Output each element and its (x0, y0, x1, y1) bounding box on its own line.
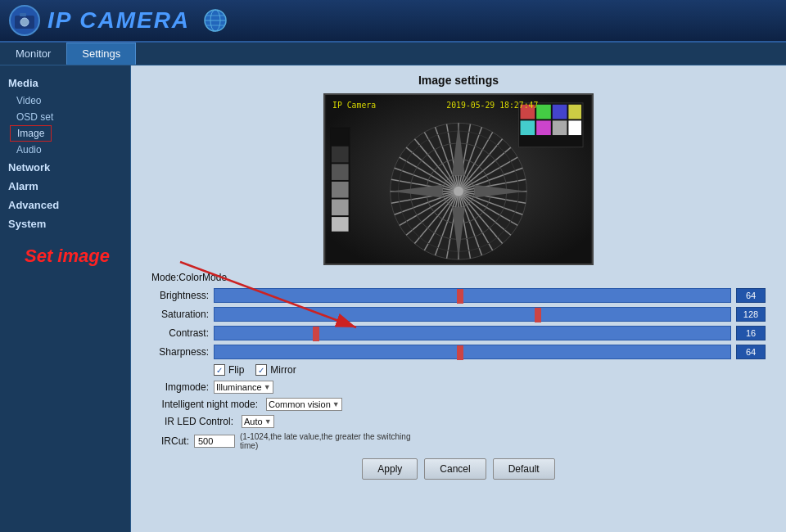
mode-value: ColorMode (178, 272, 227, 283)
sidebar-section-system[interactable]: System (0, 214, 130, 233)
ircut-input[interactable] (194, 435, 235, 448)
flip-mirror-row: ✓ Flip ✓ Mirror (214, 364, 766, 376)
content-title: Image settings (143, 74, 774, 87)
brightness-row: Brightness: 64 (151, 288, 766, 303)
svg-rect-52 (332, 200, 349, 216)
camera-feed: IP Camera 2019-05-29 18:27:47 (323, 93, 594, 265)
flip-checkbox-item[interactable]: ✓ Flip (214, 364, 244, 376)
flip-label: Flip (228, 364, 244, 376)
svg-rect-46 (568, 120, 581, 135)
nav-tabs: Monitor Settings (0, 43, 786, 65)
ir-led-arrow: ▼ (264, 417, 272, 426)
content-area: Image settings (131, 65, 786, 532)
saturation-row: Saturation: 128 (151, 307, 766, 322)
sharpness-value: 64 (736, 345, 766, 359)
svg-rect-53 (332, 217, 349, 232)
svg-point-37 (454, 187, 463, 196)
sharpness-thumb[interactable] (457, 345, 463, 360)
sharpness-label: Sharpness: (151, 346, 209, 358)
svg-rect-50 (332, 164, 349, 180)
ircut-row: IRCut: (1-1024,the late value,the greate… (151, 432, 766, 450)
ircut-label: IRCut: (151, 435, 189, 447)
contrast-thumb[interactable] (313, 327, 319, 341)
svg-rect-51 (332, 182, 349, 198)
imgmode-select[interactable]: Illuminance ▼ (214, 381, 273, 394)
svg-rect-41 (553, 105, 567, 119)
sidebar-item-video[interactable]: Video (0, 92, 130, 109)
main-layout: Media Video OSD set Image Audio Network … (0, 65, 786, 532)
svg-text:2019-05-29 18:27:47: 2019-05-29 18:27:47 (446, 101, 538, 110)
brightness-slider[interactable] (214, 288, 731, 303)
app-header: IP CAMERA (0, 0, 786, 43)
settings-form: Mode:ColorMode Brightness: 64 Saturation… (143, 272, 774, 480)
sidebar-item-osdset[interactable]: OSD set (0, 109, 130, 125)
svg-point-2 (20, 18, 29, 26)
brightness-value: 64 (736, 288, 766, 303)
set-image-annotation: Set image (25, 246, 110, 267)
sidebar-item-audio[interactable]: Audio (0, 142, 130, 158)
mirror-checkbox-item[interactable]: ✓ Mirror (255, 364, 296, 376)
night-mode-select[interactable]: Common vision ▼ (266, 398, 342, 411)
svg-rect-3 (20, 13, 26, 16)
ir-led-row: IR LED Control: Auto ▼ (151, 415, 766, 428)
svg-text:IP Camera: IP Camera (332, 101, 376, 110)
apply-button[interactable]: Apply (362, 458, 418, 480)
contrast-label: Contrast: (151, 327, 209, 339)
saturation-thumb[interactable] (535, 308, 541, 322)
saturation-value: 128 (736, 307, 766, 322)
button-row: Apply Cancel Default (151, 458, 766, 480)
night-mode-value: Common vision (269, 399, 331, 409)
saturation-label: Saturation: (151, 309, 209, 320)
ir-led-value: Auto (244, 417, 263, 426)
svg-rect-44 (536, 120, 551, 135)
night-mode-arrow: ▼ (332, 400, 340, 408)
app-title: IP CAMERA (47, 7, 190, 34)
mode-line: Mode:ColorMode (151, 272, 766, 283)
svg-rect-49 (332, 147, 349, 163)
camera-icon (8, 4, 41, 37)
svg-rect-42 (568, 105, 581, 119)
tab-settings[interactable]: Settings (66, 43, 136, 65)
svg-rect-40 (536, 105, 551, 119)
cancel-button[interactable]: Cancel (424, 458, 486, 480)
mirror-label: Mirror (270, 364, 296, 376)
sidebar-section-network[interactable]: Network (0, 158, 130, 177)
sidebar-section-alarm[interactable]: Alarm (0, 177, 130, 196)
svg-rect-43 (521, 120, 535, 135)
imgmode-label: Imgmode: (151, 381, 209, 393)
sharpness-row: Sharpness: 64 (151, 345, 766, 359)
brightness-label: Brightness: (151, 290, 209, 301)
brightness-thumb[interactable] (457, 289, 463, 304)
tab-monitor[interactable]: Monitor (0, 43, 66, 65)
night-mode-row: Intelligent night mode: Common vision ▼ (151, 398, 766, 411)
imgmode-value: Illuminance (216, 382, 262, 392)
flip-checkbox[interactable]: ✓ (214, 364, 225, 376)
contrast-row: Contrast: 16 (151, 326, 766, 340)
ir-led-label: IR LED Control: (151, 416, 233, 427)
default-button[interactable]: Default (493, 458, 555, 480)
sidebar: Media Video OSD set Image Audio Network … (0, 65, 131, 532)
sharpness-slider[interactable] (214, 345, 731, 359)
ircut-hint: (1-1024,the late value,the greater the s… (240, 432, 420, 450)
mode-label: Mode: (151, 272, 178, 283)
contrast-slider[interactable] (214, 326, 731, 340)
ir-led-select[interactable]: Auto ▼ (242, 415, 274, 428)
imgmode-arrow: ▼ (264, 383, 271, 391)
mirror-checkbox[interactable]: ✓ (255, 364, 267, 376)
svg-rect-48 (332, 128, 349, 145)
sidebar-item-image[interactable]: Image (10, 125, 52, 142)
sidebar-section-advanced[interactable]: Advanced (0, 196, 130, 214)
night-mode-label: Intelligent night mode: (151, 399, 258, 410)
saturation-slider[interactable] (214, 307, 731, 322)
imgmode-row: Imgmode: Illuminance ▼ (151, 381, 766, 394)
logo: IP CAMERA (8, 4, 228, 37)
svg-rect-45 (553, 120, 567, 135)
contrast-value: 16 (736, 326, 766, 340)
globe-icon (203, 8, 228, 33)
sidebar-section-media[interactable]: Media (0, 74, 130, 92)
